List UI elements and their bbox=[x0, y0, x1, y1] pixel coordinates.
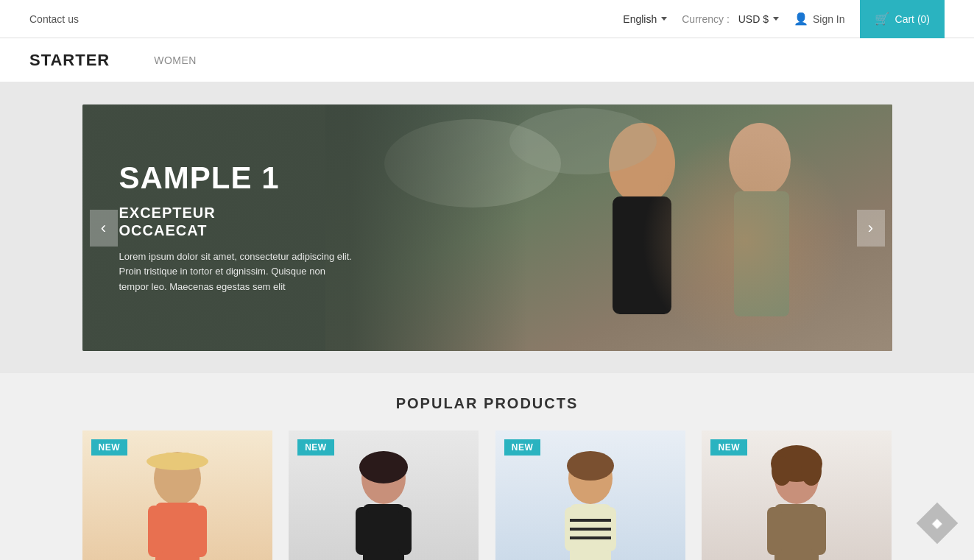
sign-in-label: Sign In bbox=[813, 13, 845, 25]
products-section-title: POPULAR PRODUCTS bbox=[0, 395, 974, 412]
svg-point-14 bbox=[359, 451, 408, 483]
product-figure-2-svg bbox=[317, 445, 450, 560]
product-figure-1-svg bbox=[111, 445, 244, 560]
slider-description: Lorem ipsum dolor sit amet, consectetur … bbox=[119, 249, 355, 294]
svg-rect-9 bbox=[164, 453, 191, 466]
top-bar-left: Contact us bbox=[29, 13, 79, 26]
product-badge-1: NEW bbox=[91, 439, 128, 456]
product-card-3[interactable]: NEW bbox=[495, 430, 685, 560]
svg-point-6 bbox=[509, 108, 657, 174]
svg-rect-25 bbox=[570, 536, 611, 539]
language-label: English bbox=[623, 13, 657, 25]
top-bar: Contact us English Currency : USD $ 👤 Si… bbox=[0, 0, 974, 38]
person-icon: 👤 bbox=[794, 12, 808, 26]
currency-prefix: Currency : bbox=[682, 13, 730, 25]
slider-prev-icon: ‹ bbox=[101, 219, 106, 238]
language-dropdown-arrow bbox=[661, 17, 667, 21]
slider-title: SAMPLE 1 bbox=[119, 160, 355, 194]
product-figure-4-svg bbox=[730, 445, 863, 560]
svg-rect-32 bbox=[811, 507, 826, 555]
slider-subtitle-line1: EXCEPTEUR bbox=[119, 203, 355, 221]
svg-rect-11 bbox=[148, 506, 163, 557]
product-card-4[interactable]: NEW bbox=[702, 430, 892, 560]
top-bar-right: English Currency : USD $ 👤 Sign In 🛒 Car… bbox=[623, 0, 945, 38]
slider-prev-button[interactable]: ‹ bbox=[90, 210, 118, 247]
contact-us-link[interactable]: Contact us bbox=[29, 13, 79, 25]
svg-rect-4 bbox=[734, 191, 789, 316]
svg-rect-24 bbox=[570, 528, 611, 531]
svg-rect-2 bbox=[613, 196, 671, 314]
sign-in-button[interactable]: 👤 Sign In bbox=[794, 12, 845, 26]
product-badge-2: NEW bbox=[297, 439, 334, 456]
slider-content: SAMPLE 1 EXCEPTEUR OCCAECAT Lorem ipsum … bbox=[119, 160, 355, 295]
svg-rect-16 bbox=[356, 507, 369, 555]
product-badge-3: NEW bbox=[504, 439, 541, 456]
product-card-1[interactable]: NEW bbox=[82, 430, 272, 560]
svg-point-19 bbox=[567, 451, 614, 481]
product-figure-3-svg bbox=[524, 445, 657, 560]
currency-value: USD $ bbox=[738, 13, 769, 25]
brand-logo[interactable]: STARTER bbox=[29, 51, 110, 70]
svg-rect-31 bbox=[767, 507, 782, 555]
svg-point-3 bbox=[729, 123, 791, 196]
cart-label: Cart (0) bbox=[895, 13, 930, 25]
cart-button[interactable]: 🛒 Cart (0) bbox=[860, 0, 945, 38]
svg-rect-15 bbox=[363, 504, 404, 560]
svg-rect-12 bbox=[192, 506, 207, 557]
cart-icon: 🛒 bbox=[875, 12, 889, 26]
svg-rect-17 bbox=[398, 507, 412, 555]
currency-selector[interactable]: Currency : USD $ bbox=[682, 13, 779, 25]
language-selector[interactable]: English bbox=[623, 13, 667, 25]
currency-dropdown-arrow bbox=[773, 17, 779, 21]
svg-point-29 bbox=[801, 456, 822, 486]
nav-link-women[interactable]: WOMEN bbox=[154, 49, 197, 72]
slider-section: SAMPLE 1 EXCEPTEUR OCCAECAT Lorem ipsum … bbox=[0, 82, 974, 373]
svg-point-28 bbox=[772, 456, 792, 486]
products-grid: NEW NEW bbox=[82, 430, 892, 560]
products-section: POPULAR PRODUCTS NEW NEW bbox=[0, 373, 974, 560]
slider-next-button[interactable]: › bbox=[857, 210, 885, 247]
nav-links: WOMEN bbox=[154, 49, 197, 72]
product-badge-4: NEW bbox=[710, 439, 747, 456]
slider-subtitle-line2: OCCAECAT bbox=[119, 221, 355, 238]
product-card-2[interactable]: NEW bbox=[289, 430, 479, 560]
slider-next-icon: › bbox=[868, 219, 873, 238]
scroll-top-icon: ◆ bbox=[932, 515, 942, 531]
nav-bar: STARTER WOMEN bbox=[0, 38, 974, 82]
slider-container: SAMPLE 1 EXCEPTEUR OCCAECAT Lorem ipsum … bbox=[82, 104, 892, 351]
svg-rect-23 bbox=[570, 519, 611, 522]
slider-subtitle: EXCEPTEUR OCCAECAT bbox=[119, 203, 355, 238]
